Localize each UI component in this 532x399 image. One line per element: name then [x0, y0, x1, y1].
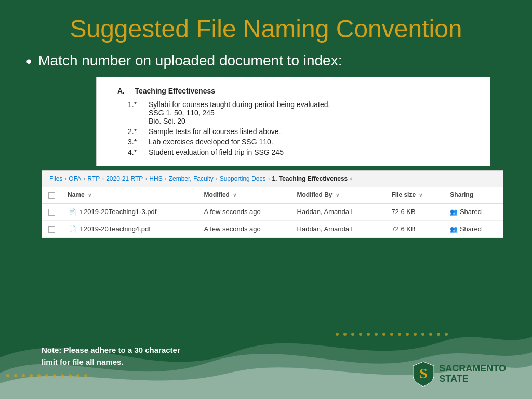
- bullet-point: • Match number on uploaded document to i…: [0, 48, 532, 77]
- file-browser: Files › OFA › RTP › 2020-21 RTP › HHS › …: [42, 170, 503, 238]
- breadcrumb-rtp[interactable]: RTP: [87, 175, 100, 182]
- svg-point-6: [382, 332, 385, 336]
- index-card: A. Teaching Effectiveness 1.* Syllabi fo…: [96, 77, 490, 166]
- item-num-1: 1.*: [128, 100, 149, 125]
- breadcrumb: Files › OFA › RTP › 2020-21 RTP › HHS › …: [42, 171, 503, 187]
- index-item-2: 2.* Sample tests for all courses listed …: [107, 127, 480, 136]
- slide-title: Suggested File Naming Convention: [0, 0, 532, 48]
- item-text-4: Student evaluation of field trip in SSG …: [149, 148, 480, 156]
- table-header-row: Name ∨ Modified ∨ Modified By ∨ File siz…: [42, 187, 503, 203]
- svg-point-2: [351, 332, 354, 336]
- svg-point-11: [421, 332, 424, 336]
- breadcrumb-files[interactable]: Files: [49, 175, 62, 182]
- svg-text:S: S: [420, 365, 428, 381]
- pdf-icon-2: 📄: [68, 225, 76, 233]
- slide-container: Suggested File Naming Convention • Match…: [0, 0, 532, 399]
- svg-point-1: [343, 332, 347, 336]
- col-modified[interactable]: Modified ∨: [198, 187, 291, 203]
- logo-text: SACRAMENTO STATE: [439, 364, 506, 384]
- row2-modified: A few seconds ago: [198, 220, 291, 237]
- col-file-size[interactable]: File size ∨: [385, 187, 444, 203]
- file-table: Name ∨ Modified ∨ Modified By ∨ File siz…: [42, 187, 503, 237]
- share-icon-1: 👥: [450, 208, 458, 216]
- row1-modified: A few seconds ago: [198, 203, 291, 220]
- note-text: Note: Please adhere to a 30 characterlim…: [42, 344, 180, 368]
- index-section-header: A. Teaching Effectiveness: [117, 87, 480, 95]
- svg-point-14: [445, 332, 448, 336]
- svg-point-25: [84, 374, 87, 377]
- bullet-dot: •: [26, 52, 32, 71]
- section-label: Teaching Effectiveness: [135, 87, 215, 95]
- row1-checkbox[interactable]: [42, 203, 61, 220]
- section-letter: A.: [117, 87, 125, 95]
- row2-sharing: 👥 Shared: [444, 220, 503, 237]
- pdf-icon: 📄: [68, 208, 76, 216]
- row2-modified-by: Haddan, Amanda L: [291, 220, 385, 237]
- logo-shield-icon: S: [412, 361, 435, 388]
- svg-point-16: [14, 374, 17, 377]
- svg-point-0: [336, 332, 339, 336]
- svg-point-17: [22, 374, 25, 377]
- logo-area: S SACRAMENTO STATE: [412, 361, 506, 388]
- item-text-3: Lab exercises developed for SSG 110.: [149, 138, 480, 146]
- row1-size: 72.6 KB: [385, 203, 444, 220]
- breadcrumb-2020rtp[interactable]: 2020-21 RTP: [106, 175, 143, 182]
- svg-point-4: [367, 332, 370, 336]
- row2-name[interactable]: 📄 1 2019-20Teaching4.pdf: [61, 220, 198, 237]
- svg-point-12: [429, 332, 432, 336]
- col-sharing: Sharing: [444, 187, 503, 203]
- svg-point-18: [30, 374, 33, 377]
- item-num-3: 3.*: [128, 138, 149, 146]
- bottom-area: Note: Please adhere to a 30 characterlim…: [0, 305, 532, 399]
- item-text-1: Syllabi for courses taught during period…: [149, 100, 480, 125]
- svg-point-15: [6, 374, 9, 377]
- file-prefix-2: 1: [79, 226, 83, 232]
- breadcrumb-hhs[interactable]: HHS: [149, 175, 162, 182]
- row2-size: 72.6 KB: [385, 220, 444, 237]
- index-item-3: 3.* Lab exercises developed for SSG 110.: [107, 138, 480, 146]
- bullet-text: Match number on uploaded document to ind…: [38, 52, 342, 69]
- svg-point-8: [398, 332, 401, 336]
- logo-line2: STATE: [439, 374, 506, 384]
- file-prefix-1: 1: [79, 209, 83, 215]
- svg-point-5: [375, 332, 378, 336]
- dots-bottom-left: [5, 371, 109, 381]
- svg-point-9: [406, 332, 409, 336]
- breadcrumb-zember[interactable]: Zember, Faculty: [169, 175, 214, 182]
- item-num-2: 2.*: [128, 127, 149, 136]
- col-modified-by[interactable]: Modified By ∨: [291, 187, 385, 203]
- svg-point-3: [359, 332, 362, 336]
- share-label-2: Shared: [460, 225, 482, 233]
- svg-point-19: [37, 374, 41, 377]
- svg-point-10: [414, 332, 417, 336]
- table-row[interactable]: 📄 1 2019-20Teaching1-3.pdf A few seconds…: [42, 203, 503, 220]
- svg-point-7: [390, 332, 393, 336]
- row1-sharing: 👥 Shared: [444, 203, 503, 220]
- svg-point-13: [437, 332, 440, 336]
- share-label-1: Shared: [460, 208, 482, 216]
- share-icon-2: 👥: [450, 225, 458, 233]
- checkbox-header: [42, 187, 61, 203]
- breadcrumb-supporting-docs[interactable]: Supporting Docs: [220, 175, 266, 182]
- breadcrumb-pin-icon: ⌖: [350, 176, 353, 182]
- logo-line1: SACRAMENTO: [439, 364, 506, 374]
- index-item-4: 4.* Student evaluation of field trip in …: [107, 148, 480, 156]
- svg-point-24: [76, 374, 79, 377]
- breadcrumb-current: 1. Teaching Effectiveness: [272, 175, 348, 182]
- breadcrumb-ofa[interactable]: OFA: [69, 175, 81, 182]
- table-row[interactable]: 📄 1 2019-20Teaching4.pdf A few seconds a…: [42, 220, 503, 237]
- file-name-1[interactable]: 2019-20Teaching1-3.pdf: [84, 208, 156, 216]
- file-name-2[interactable]: 2019-20Teaching4.pdf: [84, 225, 151, 233]
- index-item-1: 1.* Syllabi for courses taught during pe…: [107, 100, 480, 125]
- row1-name[interactable]: 📄 1 2019-20Teaching1-3.pdf: [61, 203, 198, 220]
- dots-top-right: [335, 330, 490, 339]
- svg-point-23: [69, 374, 72, 377]
- svg-point-22: [61, 374, 64, 377]
- item-num-4: 4.*: [128, 148, 149, 156]
- item-text-2: Sample tests for all courses listed abov…: [149, 127, 480, 136]
- col-name[interactable]: Name ∨: [61, 187, 198, 203]
- row1-modified-by: Haddan, Amanda L: [291, 203, 385, 220]
- row2-checkbox[interactable]: [42, 220, 61, 237]
- svg-point-21: [53, 374, 56, 377]
- svg-point-20: [45, 374, 48, 377]
